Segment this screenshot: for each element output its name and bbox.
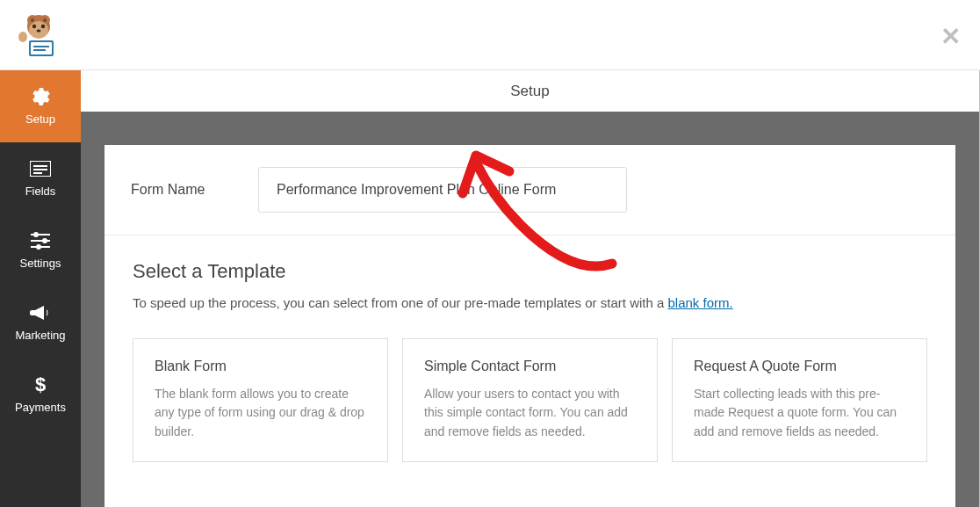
svg-point-3 [31, 18, 34, 22]
desc-text: To speed up the process, you can select … [133, 295, 667, 310]
sidebar-tab-fields[interactable]: Fields [0, 142, 81, 214]
sidebar-item-label: Setup [25, 112, 55, 126]
template-card-quote[interactable]: Request A Quote Form Start collecting le… [672, 338, 927, 462]
main-area: Setup Form Name Select a Template To spe… [81, 70, 980, 507]
svg-text:$: $ [35, 374, 46, 395]
card-title: Request A Quote Form [694, 359, 905, 374]
card-desc: Allow your users to contact you with thi… [424, 385, 636, 442]
svg-point-23 [36, 244, 41, 250]
setup-panel: Form Name Select a Template To speed up … [104, 145, 955, 507]
sidebar-item-label: Fields [25, 185, 56, 198]
sidebar-item-label: Settings [20, 257, 61, 270]
sidebar-item-label: Marketing [15, 329, 65, 342]
dollar-icon: $ [29, 375, 52, 395]
blank-form-link[interactable]: blank form. [667, 295, 732, 310]
template-card-blank[interactable]: Blank Form The blank form allows you to … [133, 338, 388, 462]
sidebar-tab-setup[interactable]: Setup [0, 70, 81, 142]
sidebar-tab-marketing[interactable]: Marketing [0, 286, 81, 359]
card-desc: The blank form allows you to create any … [155, 385, 366, 442]
svg-rect-10 [31, 42, 52, 54]
bullhorn-icon [29, 303, 52, 322]
form-name-label: Form Name [131, 182, 223, 198]
card-title: Simple Contact Form [424, 359, 636, 374]
svg-point-4 [43, 18, 47, 22]
card-title: Blank Form [155, 359, 366, 374]
template-card-contact[interactable]: Simple Contact Form Allow your users to … [402, 338, 658, 462]
svg-point-21 [33, 232, 39, 237]
template-section: Select a Template To speed up the proces… [104, 235, 955, 487]
form-name-input[interactable] [258, 167, 627, 213]
form-name-row: Form Name [104, 145, 955, 235]
sidebar-item-label: Payments [15, 401, 66, 414]
sidebar-tab-settings[interactable]: Settings [0, 214, 81, 286]
card-desc: Start collecting leads with this pre-mad… [694, 385, 905, 442]
section-description: To speed up the process, you can select … [133, 293, 927, 314]
svg-rect-16 [33, 169, 47, 170]
sidebar: Setup Fields Settings Marketing $ Paymen… [0, 70, 81, 507]
svg-rect-12 [33, 49, 46, 51]
gear-icon [29, 87, 52, 106]
svg-point-8 [37, 29, 41, 32]
svg-point-13 [18, 32, 27, 42]
svg-point-6 [32, 24, 36, 27]
sliders-icon [29, 231, 52, 250]
svg-point-22 [42, 238, 47, 243]
template-grid: Blank Form The blank form allows you to … [133, 338, 927, 462]
sidebar-tab-payments[interactable]: $ Payments [0, 359, 81, 431]
page-title: Setup [81, 70, 979, 112]
close-icon[interactable]: ✕ [940, 22, 961, 51]
svg-rect-15 [33, 165, 47, 167]
svg-rect-11 [33, 46, 49, 47]
list-icon [29, 159, 52, 178]
section-title: Select a Template [133, 260, 927, 283]
wpforms-logo [14, 11, 63, 60]
svg-rect-17 [33, 172, 42, 174]
top-bar: ✕ [0, 0, 980, 70]
svg-point-7 [41, 24, 45, 27]
